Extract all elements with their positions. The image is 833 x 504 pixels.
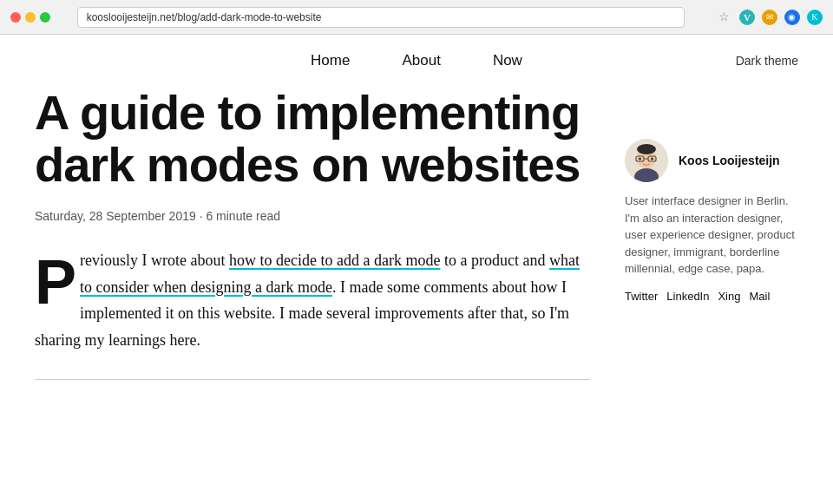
extension-icon-4[interactable]: K [807, 10, 823, 25]
author-bio: User interface designer in Berlin. I'm a… [625, 193, 798, 278]
author-avatar [625, 139, 668, 182]
article-body: Previously I wrote about how to decide t… [35, 247, 590, 353]
drop-cap: P [35, 252, 76, 309]
address-bar[interactable]: kooslooijesteijn.net/blog/add-dark-mode-… [77, 7, 685, 28]
svg-point-7 [639, 158, 641, 160]
extension-icon-3[interactable]: ◉ [784, 10, 800, 25]
url-text: kooslooijesteijn.net/blog/add-dark-mode-… [87, 11, 322, 23]
navigation: Home About Now Dark theme [0, 35, 833, 87]
nav-now[interactable]: Now [493, 52, 522, 69]
nav-links: Home About Now [311, 52, 522, 69]
nav-home[interactable]: Home [311, 52, 350, 69]
browser-icons: ☆ V ✉ ◉ K [717, 10, 823, 25]
author-mail[interactable]: Mail [749, 290, 770, 303]
close-button[interactable] [10, 12, 21, 23]
extension-icon-1[interactable]: V [739, 10, 755, 25]
body-text-1: reviously I wrote about [80, 252, 229, 269]
nav-about[interactable]: About [402, 52, 440, 69]
author-twitter[interactable]: Twitter [625, 290, 658, 303]
author-social-links: Twitter LinkedIn Xing Mail [625, 290, 770, 303]
svg-point-8 [651, 158, 653, 160]
browser-chrome: kooslooijesteijn.net/blog/add-dark-mode-… [0, 0, 833, 35]
article-meta: Saturday, 28 September 2019 · 6 minute r… [35, 209, 590, 223]
article-container: A guide to implementing dark modes on we… [0, 87, 833, 380]
svg-point-3 [637, 144, 656, 154]
author-header: Koos Looijesteijn [625, 139, 780, 182]
maximize-button[interactable] [40, 12, 50, 23]
author-card: Koos Looijesteijn User interface designe… [625, 139, 798, 303]
dark-theme-button[interactable]: Dark theme [736, 54, 798, 68]
article-divider [35, 379, 590, 380]
browser-traffic-lights [10, 12, 50, 23]
link-dark-mode-decision[interactable]: how to decide to add a dark mode [229, 252, 440, 269]
author-name: Koos Looijesteijn [679, 154, 780, 167]
article-sidebar: Koos Looijesteijn User interface designe… [625, 87, 798, 380]
article-main: A guide to implementing dark modes on we… [35, 87, 590, 380]
article-title: A guide to implementing dark modes on we… [35, 87, 590, 192]
body-text-2: to a product and [440, 252, 548, 269]
extension-icon-2[interactable]: ✉ [762, 10, 777, 25]
author-linkedin[interactable]: LinkedIn [666, 290, 709, 303]
page: Home About Now Dark theme A guide to imp… [0, 35, 833, 380]
bookmark-icon[interactable]: ☆ [717, 10, 732, 25]
minimize-button[interactable] [25, 12, 36, 23]
author-xing[interactable]: Xing [718, 290, 740, 303]
